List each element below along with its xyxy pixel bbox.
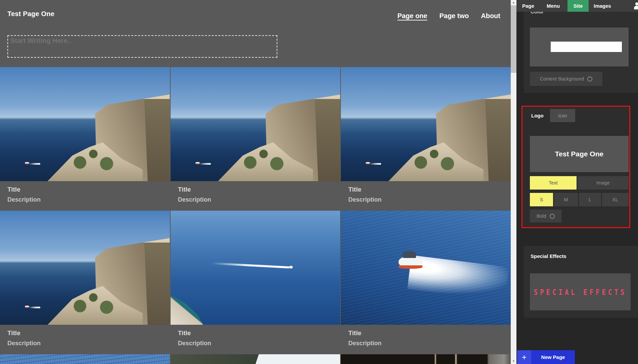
photo-art xyxy=(341,354,511,364)
panel-tab-bar: Page Menu Site Images xyxy=(516,0,638,12)
new-page-button[interactable]: New Page xyxy=(531,350,575,364)
gallery-card xyxy=(341,354,511,364)
special-effects-label: Special Effects xyxy=(531,253,566,259)
nav-link-page-two[interactable]: Page two xyxy=(439,12,469,20)
gallery-photo[interactable] xyxy=(0,354,170,364)
gallery-caption: Title Description xyxy=(171,181,340,210)
card-description[interactable]: Description xyxy=(178,196,340,203)
toggle-circle-icon xyxy=(550,214,555,219)
site-nav: Page one Page two About xyxy=(398,12,500,20)
gallery-card: Title Description xyxy=(0,211,170,354)
card-description[interactable]: Description xyxy=(7,196,170,203)
site-canvas: Test Page One Page one Page two About St… xyxy=(0,0,511,364)
gallery-caption: Title Description xyxy=(171,325,340,354)
tab-icon[interactable]: Icon xyxy=(550,109,575,122)
gallery-photo[interactable] xyxy=(341,354,511,364)
logo-size-s-button[interactable]: S xyxy=(530,193,553,206)
bold-label: Bold xyxy=(537,213,546,219)
gallery-photo[interactable] xyxy=(341,211,511,325)
gallery-grid: Title Description Title Description xyxy=(0,67,511,364)
gallery-caption: Title Description xyxy=(341,325,511,354)
logo-preview: Test Page One xyxy=(530,136,629,172)
gallery-photo[interactable] xyxy=(0,67,170,181)
gallery-card xyxy=(0,354,170,364)
tab-images[interactable]: Images xyxy=(594,0,611,12)
nav-link-page-one[interactable]: Page one xyxy=(398,12,427,20)
nav-link-about[interactable]: About xyxy=(481,12,500,20)
gallery-card: Title Description xyxy=(0,67,170,210)
gallery-card: Title Description xyxy=(171,67,340,210)
logo-size-l-button[interactable]: L xyxy=(579,193,601,206)
card-description[interactable]: Description xyxy=(178,340,340,347)
photo-art xyxy=(171,291,215,325)
gallery-photo[interactable] xyxy=(171,354,340,364)
gallery-photo[interactable] xyxy=(171,211,340,325)
photo-art xyxy=(199,163,211,165)
card-title[interactable]: Title xyxy=(178,329,340,337)
card-title[interactable]: Title xyxy=(348,186,511,193)
settings-panel: Color Content Background Logo Icon Test … xyxy=(516,0,638,364)
photo-art xyxy=(370,163,381,165)
logo-preview-text: Test Page One xyxy=(555,150,603,158)
logo-type-text-button[interactable]: Text xyxy=(530,176,577,190)
tab-site[interactable]: Site xyxy=(567,0,589,12)
special-effects-preview[interactable]: SPECIAL EFFECTS xyxy=(530,273,631,310)
gallery-photo[interactable] xyxy=(341,67,511,181)
canvas-scrollbar[interactable]: ▲ ▼ xyxy=(511,0,516,364)
special-effects-preview-text: SPECIAL EFFECTS xyxy=(534,287,627,297)
gallery-caption: Title Description xyxy=(0,325,170,354)
color-preview-card[interactable] xyxy=(530,28,629,66)
card-description[interactable]: Description xyxy=(348,196,511,203)
gallery-card: Title Description xyxy=(341,211,511,354)
gallery-photo[interactable] xyxy=(171,67,340,181)
tab-menu[interactable]: Menu xyxy=(547,0,560,12)
photo-art xyxy=(211,262,289,268)
card-title[interactable]: Title xyxy=(7,186,170,193)
scrollbar-thumb[interactable] xyxy=(511,5,516,73)
card-title[interactable]: Title xyxy=(178,186,340,193)
site-title[interactable]: Test Page One xyxy=(7,10,54,18)
logo-bold-toggle[interactable]: Bold xyxy=(530,210,561,222)
card-description[interactable]: Description xyxy=(348,340,511,347)
tab-page[interactable]: Page xyxy=(522,0,534,12)
color-swatch[interactable] xyxy=(551,42,622,52)
logo-size-xl-button[interactable]: XL xyxy=(602,193,629,206)
scroll-down-arrow-icon[interactable]: ▼ xyxy=(511,359,516,364)
content-background-label: Content Background xyxy=(540,76,584,82)
photo-art xyxy=(399,256,422,268)
photo-art xyxy=(29,163,40,165)
gallery-photo[interactable] xyxy=(0,211,170,325)
logo-size-m-button[interactable]: M xyxy=(554,193,578,206)
photo-art xyxy=(171,354,340,364)
photo-art xyxy=(29,307,40,308)
plus-icon: + xyxy=(522,353,527,362)
content-background-toggle[interactable]: Content Background xyxy=(530,72,602,86)
scroll-up-arrow-icon[interactable]: ▲ xyxy=(511,0,516,5)
user-account-icon[interactable] xyxy=(633,2,638,10)
gallery-caption: Title Description xyxy=(0,181,170,210)
tab-logo[interactable]: Logo xyxy=(526,111,549,120)
card-title[interactable]: Title xyxy=(348,329,511,337)
gallery-caption: Title Description xyxy=(341,181,511,210)
toggle-circle-icon xyxy=(587,76,592,82)
text-block-placeholder[interactable]: Start Writing Here.. xyxy=(7,35,277,58)
card-description[interactable]: Description xyxy=(7,340,170,347)
logo-type-image-button[interactable]: Image xyxy=(578,176,629,190)
placeholder-text: Start Writing Here.. xyxy=(8,36,277,45)
gallery-card: Title Description xyxy=(171,211,340,354)
photo-art xyxy=(407,255,509,301)
add-page-plus-button[interactable]: + xyxy=(517,350,531,364)
card-title[interactable]: Title xyxy=(7,329,170,337)
gallery-card xyxy=(171,354,340,364)
gallery-card: Title Description xyxy=(341,67,511,210)
